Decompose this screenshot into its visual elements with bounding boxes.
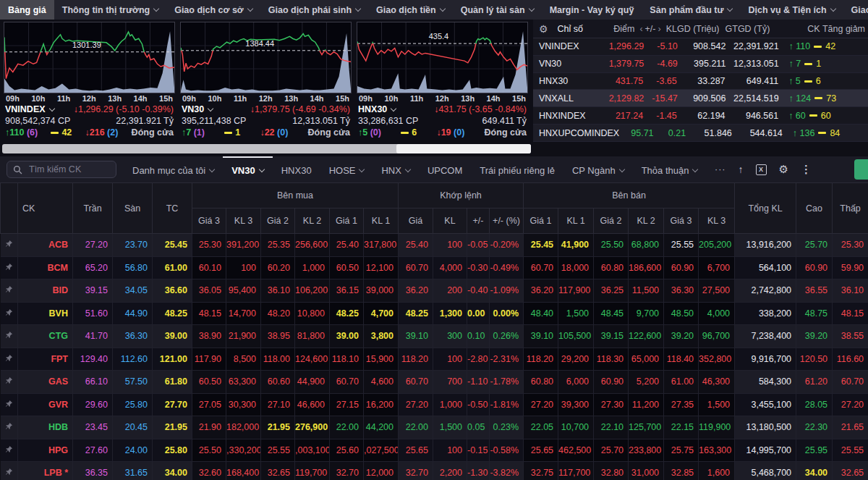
index-row-vnxall[interactable]: VNXALL2,129.82-15.47909.50622,514.519↑ 1…: [533, 90, 868, 107]
table-row[interactable]: BCM65.2056.8061.0060.1010060.201,00060.5…: [1, 256, 868, 279]
tab-upcom[interactable]: UPCOM: [419, 156, 471, 182]
index-row-name: VN30: [533, 59, 606, 69]
pin-icon[interactable]: [1, 371, 18, 394]
tab-label: VN30: [231, 165, 255, 176]
table-row[interactable]: BVH51.6044.9048.2548.1514,70048.2010,800…: [1, 302, 868, 325]
index-row-hnxindex[interactable]: HNXINDEX217.24-1.4562.194946.561↑ 6060: [533, 107, 868, 125]
index-settings-icon[interactable]: ⚙: [539, 23, 548, 35]
flat-dash-icon: [51, 132, 59, 134]
nav-item-d-ch-v-ti-n-ch[interactable]: Dịch vụ & Tiện ích: [740, 0, 843, 20]
stock-symbol[interactable]: HDB: [18, 416, 73, 439]
table-row[interactable]: FPT129.40112.60121.00117.908,500118.0012…: [1, 348, 868, 371]
index-row-vn30[interactable]: VN301,379.75-4.69395.21112,313.051↑ 71: [533, 56, 868, 73]
tab-vn30[interactable]: VN30: [223, 156, 273, 182]
pin-icon[interactable]: [1, 348, 18, 371]
next-column-icon[interactable]: ›: [656, 24, 663, 34]
index-row-change: -1.45: [646, 111, 680, 121]
index-selector[interactable]: VNINDEX: [5, 104, 54, 114]
stock-symbol[interactable]: HPG: [18, 439, 73, 462]
kebab-menu-icon[interactable]: ⋮: [801, 163, 812, 176]
nav-item-qu-n-l-t-i-s-n[interactable]: Quản lý tài sản: [453, 0, 542, 20]
floor-price: 34.05: [113, 279, 153, 303]
nav-item-th-ng-tin-th-tr-ng[interactable]: Thông tin thị trường: [54, 0, 166, 20]
table-cell: 44,900: [295, 371, 330, 394]
table-row[interactable]: ACB27.2023.7025.4525.30391,20025.35256,6…: [1, 234, 868, 257]
nav-item-giao-d-ch-c-s-[interactable]: Giao dịch cơ sở: [166, 0, 260, 20]
table-row[interactable]: BID39.1534.0536.6036.0595,40036.10106,20…: [1, 279, 868, 303]
pin-icon[interactable]: [1, 325, 18, 348]
table-cell: 60.90: [796, 256, 833, 279]
upload-icon[interactable]: ↑: [739, 164, 744, 175]
chevron-down-icon: [439, 6, 445, 12]
stock-symbol[interactable]: BID: [18, 279, 73, 303]
table-row[interactable]: GVR29.6025.8027.7027.0530,30027.1046,600…: [1, 393, 868, 416]
tab-danh-m-c-c-a-t-i[interactable]: Danh mục của tôi: [124, 156, 223, 182]
place-order-button[interactable]: Đặt lệnh: [854, 159, 868, 180]
table-cell: 3,800: [364, 325, 399, 348]
more-tabs-icon[interactable]: ···: [715, 164, 726, 174]
table-row[interactable]: LPB *36.3531.6534.0032.60168,40032.65119…: [1, 462, 868, 480]
nav-item-margin-vay-k-qu-[interactable]: Margin - Vay ký quỹ: [542, 0, 642, 20]
stock-symbol[interactable]: BVH: [18, 302, 73, 325]
table-row[interactable]: CTG41.7036.3039.0038.9021,90038.9581,800…: [1, 325, 868, 348]
pin-icon[interactable]: [1, 416, 18, 439]
pin-icon[interactable]: [1, 279, 18, 303]
pin-icon[interactable]: [1, 439, 18, 462]
table-cell: 0.26%: [490, 325, 524, 348]
reference-price: 39.00: [153, 325, 192, 348]
scrollbar-thumb[interactable]: [396, 144, 531, 153]
nav-item-giao-d-ch-ti-n[interactable]: Giao dịch tiền: [368, 0, 453, 20]
nav-item-label: Quản lý tài sản: [461, 5, 525, 15]
tab-cp-ng-nh[interactable]: CP Ngành: [563, 156, 633, 182]
table-cell: 60.80: [594, 256, 629, 279]
table-cell: 39.20: [664, 325, 699, 348]
tab-tr-i-phi-u-ri-ng-l-[interactable]: Trái phiếu riêng lẻ: [471, 156, 563, 182]
table-cell: 1,500: [433, 416, 467, 439]
table-row[interactable]: HDB23.4520.4521.9521.90182,00021.95276,9…: [1, 416, 868, 439]
table-cell: 118.40: [664, 348, 699, 371]
index-row-vnindex[interactable]: VNINDEX1,296.29-5.10908.54222,391.921↑ 1…: [533, 38, 868, 56]
table-cell: 25.60: [330, 439, 364, 462]
search-box[interactable]: [7, 161, 116, 178]
session-status: Đóng cửa: [308, 127, 350, 138]
ceiling-price: 39.15: [73, 279, 113, 303]
index-selector[interactable]: HNX30: [358, 104, 396, 114]
table-cell: 32.75: [524, 462, 558, 480]
index-chart-card-vn30: 1384.4409h10h11h12h13h14h15hVN30↓1,379.7…: [180, 22, 352, 142]
horizontal-scrollbar[interactable]: [0, 142, 533, 156]
time-label: 09h: [6, 94, 20, 103]
nav-item-s-n-ph-m-u-t-[interactable]: Sản phẩm đầu tư: [642, 0, 740, 20]
nav-item-giao-d-ch-ph-i-sinh[interactable]: Giao dịch phái sinh: [260, 0, 368, 20]
stock-symbol[interactable]: FPT: [18, 348, 73, 371]
stock-symbol[interactable]: GVR: [18, 393, 73, 416]
nav-item-b-ng-gi-[interactable]: Bảng giá: [0, 0, 54, 20]
nav-item-giao-di-n-c-a-t-i[interactable]: Giao diện của tôi: [843, 0, 868, 20]
stock-symbol[interactable]: BCM: [18, 256, 73, 279]
export-excel-icon[interactable]: X: [756, 164, 767, 175]
stock-symbol[interactable]: CTG: [18, 325, 73, 348]
pin-icon[interactable]: [1, 302, 18, 325]
table-row[interactable]: GAS66.1057.5061.8060.5063,30060.6044,900…: [1, 371, 868, 394]
stock-symbol[interactable]: GAS: [18, 371, 73, 394]
pin-icon[interactable]: [1, 234, 18, 257]
chevron-down-icon: [692, 166, 698, 172]
table-row[interactable]: HPG27.6024.0025.8025.50,330,20025.55,003…: [1, 439, 868, 462]
gear-icon[interactable]: ⚙: [779, 163, 788, 176]
index-row-hnxupcomindex[interactable]: HNXUPCOMINDEX95.710.2151.846544.614↑ 136…: [533, 125, 868, 142]
index-selector[interactable]: VN30: [182, 104, 213, 114]
search-input[interactable]: [27, 164, 110, 175]
table-cell: 4,000: [433, 256, 467, 279]
table-cell: 100: [433, 439, 467, 462]
index-row-hnx30[interactable]: HNX30431.75-3.6533.287649.411↑ 56: [533, 73, 868, 90]
table-cell: 44,200: [364, 416, 399, 439]
tab-th-a-thu-n[interactable]: Thỏa thuận: [633, 156, 707, 182]
stock-symbol[interactable]: LPB *: [18, 462, 73, 480]
pin-icon[interactable]: [1, 462, 18, 480]
stock-symbol[interactable]: ACB: [18, 234, 73, 257]
pin-icon[interactable]: [1, 393, 18, 416]
pin-icon[interactable]: [1, 256, 18, 279]
tab-hnx[interactable]: HNX: [373, 156, 418, 182]
tab-hose[interactable]: HOSE: [320, 156, 373, 182]
tab-hnx30[interactable]: HNX30: [273, 156, 320, 182]
prev-column-icon[interactable]: ‹: [637, 24, 644, 34]
